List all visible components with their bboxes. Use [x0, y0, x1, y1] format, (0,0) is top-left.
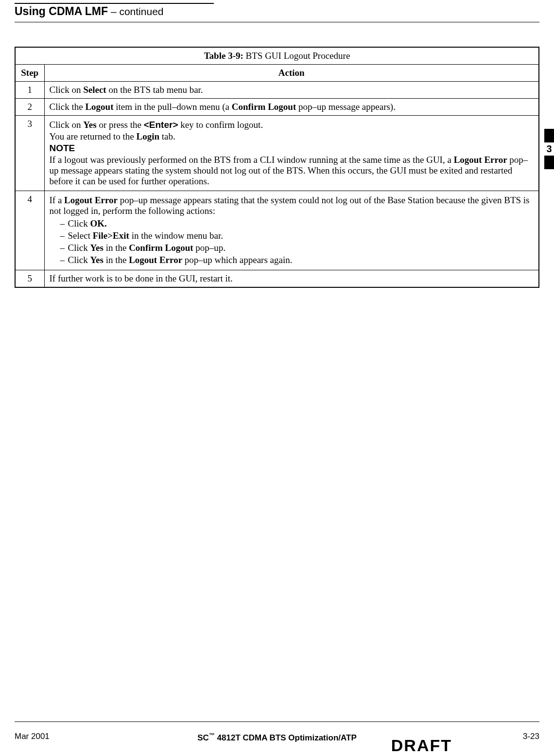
- table-row: 3 Click on Yes or press the <Enter> key …: [15, 116, 539, 191]
- side-tab: 3: [544, 129, 554, 169]
- list-item: –Click Yes in the Confirm Logout pop–up.: [60, 243, 534, 253]
- list-item: –Select File>Exit in the window menu bar…: [60, 230, 534, 241]
- list-item: –Click OK.: [60, 218, 534, 229]
- step-action: If a Logout Error pop–up message appears…: [44, 191, 539, 270]
- table-row: 1 Click on Select on the BTS tab menu ba…: [15, 82, 539, 99]
- step-num: 2: [15, 99, 44, 116]
- step-num: 5: [15, 270, 44, 288]
- top-partial-rule: [15, 3, 214, 4]
- footer-rule: [15, 721, 539, 722]
- bullet-list: –Click OK. –Select File>Exit in the wind…: [60, 218, 534, 265]
- step-num: 4: [15, 191, 44, 270]
- step-action: Click on Select on the BTS tab menu bar.: [44, 82, 539, 99]
- caption-prefix: Table 3-9:: [204, 51, 243, 61]
- caption-text: BTS GUI Logout Procedure: [243, 51, 350, 61]
- step-num: 3: [15, 116, 44, 191]
- page-footer: Mar 2001 SC™ 4812T CDMA BTS Optimization…: [15, 732, 539, 741]
- col-action: Action: [44, 65, 539, 82]
- table-row: 2 Click the Logout item in the pull–down…: [15, 99, 539, 116]
- page-header: Using CDMA LMF – continued: [15, 5, 539, 21]
- table-row: 5 If further work is to be done in the G…: [15, 270, 539, 288]
- side-tab-number: 3: [544, 142, 554, 156]
- table-row: 4 If a Logout Error pop–up message appea…: [15, 191, 539, 270]
- header-rule: [15, 22, 539, 22]
- step-num: 1: [15, 82, 44, 99]
- header-continued: – continued: [108, 6, 163, 17]
- step-action: Click on Yes or press the <Enter> key to…: [44, 116, 539, 191]
- side-tab-block-bottom: [544, 156, 554, 169]
- table-caption: Table 3-9: BTS GUI Logout Procedure: [15, 47, 539, 65]
- note-label: NOTE: [50, 143, 534, 154]
- step-action: Click the Logout item in the pull–down m…: [44, 99, 539, 116]
- footer-title: SC™ 4812T CDMA BTS Optimization/ATP: [15, 732, 539, 743]
- draft-stamp: DRAFT: [391, 736, 452, 755]
- step-action: If further work is to be done in the GUI…: [44, 270, 539, 288]
- header-title: Using CDMA LMF: [15, 5, 108, 18]
- col-step: Step: [15, 65, 44, 82]
- procedure-table: Table 3-9: BTS GUI Logout Procedure Step…: [15, 47, 539, 288]
- list-item: –Click Yes in the Logout Error pop–up wh…: [60, 255, 534, 265]
- side-tab-block-top: [544, 129, 554, 142]
